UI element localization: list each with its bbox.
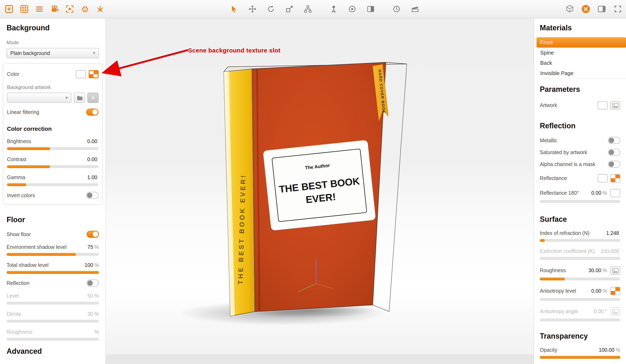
reflectance-color-swatch-button[interactable] bbox=[598, 174, 608, 182]
object-library-icon[interactable] bbox=[19, 4, 29, 14]
select-cursor-icon[interactable] bbox=[229, 4, 239, 14]
anisotropy-level-value: 0.00 bbox=[591, 288, 601, 294]
extinction-coefficient-value: 100.000 bbox=[601, 248, 619, 254]
anisotropy-level-texture-slot-button[interactable] bbox=[610, 287, 620, 295]
background-artwork-label: Background artwork bbox=[7, 84, 99, 90]
anisotropy-angle-slider[interactable] bbox=[540, 319, 620, 321]
color-label: Color bbox=[7, 71, 19, 77]
invert-colors-toggle[interactable] bbox=[86, 192, 99, 199]
reflection-level-param: Level 50% bbox=[6, 293, 99, 304]
material-item-back[interactable]: Back bbox=[537, 58, 626, 68]
gamma-slider[interactable] bbox=[7, 183, 99, 186]
contrast-slider[interactable] bbox=[7, 165, 99, 168]
alpha-mask-label: Alpha channel is a mask bbox=[540, 161, 595, 167]
reflectance-180-slider[interactable] bbox=[540, 200, 620, 203]
background-artwork-select[interactable]: ▾ bbox=[7, 93, 72, 103]
gamma-value: 1.00 bbox=[87, 175, 97, 180]
fullscreen-icon[interactable] bbox=[613, 4, 623, 14]
parameters-title: Parameters bbox=[540, 85, 620, 94]
scene-list-icon[interactable] bbox=[35, 4, 44, 14]
metallic-toggle[interactable] bbox=[608, 137, 620, 144]
settings-gear-icon[interactable]: ⚙ bbox=[80, 4, 90, 14]
photo-icon bbox=[612, 103, 619, 108]
reflectance-180-swatch-button[interactable] bbox=[610, 189, 620, 197]
saturated-by-artwork-toggle[interactable] bbox=[608, 149, 620, 156]
floor-roughness-label: Roughness bbox=[6, 329, 33, 335]
total-shadow-slider[interactable] bbox=[6, 271, 99, 274]
total-shadow-param: Total shadow level 100% bbox=[6, 262, 99, 274]
environment-shadow-param: Environment shadow level 75% bbox=[6, 244, 99, 256]
reflection-decay-slider[interactable] bbox=[6, 320, 99, 323]
app-window: ⚙ bbox=[0, 0, 626, 364]
chevron-down-icon: ▾ bbox=[66, 95, 68, 100]
extinction-coefficient-slider[interactable] bbox=[540, 257, 620, 260]
reflection-decay-label: Decay bbox=[6, 311, 21, 317]
anisotropy-level-slider[interactable] bbox=[540, 298, 620, 301]
floor-reflection-toggle[interactable] bbox=[87, 280, 99, 287]
total-shadow-label: Total shadow level bbox=[6, 262, 48, 268]
color-correction-title: Color correction bbox=[7, 126, 99, 132]
rotate-icon[interactable] bbox=[266, 4, 276, 14]
saturated-by-artwork-label: Saturated by artwork bbox=[540, 149, 587, 155]
linear-filtering-toggle[interactable] bbox=[86, 109, 99, 116]
artwork-label: Artwork bbox=[540, 102, 557, 108]
scale-icon[interactable] bbox=[284, 4, 294, 14]
add-object-icon[interactable] bbox=[4, 4, 14, 14]
floor-title: Floor bbox=[6, 216, 99, 224]
material-item-front[interactable]: Front bbox=[537, 37, 626, 48]
show-floor-toggle[interactable] bbox=[87, 231, 99, 238]
reflectance-texture-slot-button[interactable] bbox=[610, 174, 620, 182]
move-icon[interactable] bbox=[247, 4, 257, 14]
anisotropy-level-param: Anisotropy level 0.00% bbox=[540, 287, 620, 301]
brightness-label: Brightness bbox=[7, 138, 31, 144]
image-adjust-icon[interactable] bbox=[366, 4, 376, 14]
snapshot-icon[interactable] bbox=[65, 4, 75, 14]
floor-roughness-slider[interactable] bbox=[6, 338, 99, 341]
cube-view-icon[interactable] bbox=[565, 4, 575, 14]
background-color-swatch-button[interactable] bbox=[76, 70, 86, 78]
clear-artwork-button[interactable]: ✕ bbox=[87, 93, 99, 103]
anisotropy-angle-image-slot-button[interactable] bbox=[610, 307, 620, 316]
index-of-refraction-slider[interactable] bbox=[540, 239, 620, 242]
total-shadow-value: 100 bbox=[84, 262, 93, 268]
brightness-slider[interactable] bbox=[7, 147, 99, 150]
studio-light-icon[interactable] bbox=[329, 4, 339, 14]
photo-icon bbox=[612, 268, 619, 273]
reflection-decay-param: Decay 30% bbox=[6, 311, 99, 323]
material-item-invisible-page[interactable]: Invisible Page bbox=[537, 68, 626, 78]
annotation-text: Scene background texture slot bbox=[188, 47, 280, 54]
anisotropy-level-label: Anisotropy level bbox=[540, 288, 576, 294]
artwork-color-swatch-button[interactable] bbox=[598, 101, 608, 109]
reflection-level-slider[interactable] bbox=[6, 302, 99, 304]
mode-value: Plain background bbox=[10, 50, 50, 56]
background-texture-slot-button[interactable] bbox=[89, 70, 99, 78]
roughness-label: Roughness bbox=[540, 268, 566, 273]
environment-shadow-value: 75 bbox=[87, 244, 93, 250]
brightness-param: Brightness 0.00 bbox=[7, 138, 99, 150]
camera-lens-icon[interactable] bbox=[347, 4, 357, 14]
light-icon[interactable] bbox=[95, 4, 105, 14]
show-floor-label: Show floor bbox=[6, 232, 31, 237]
mode-select[interactable]: Plain background ▾ bbox=[6, 48, 99, 58]
chevron-down-icon: ▾ bbox=[93, 50, 95, 56]
animation-clapper-icon[interactable] bbox=[410, 4, 420, 14]
split-view-icon[interactable] bbox=[597, 4, 607, 14]
browse-artwork-button[interactable] bbox=[74, 93, 85, 103]
artwork-image-slot-button[interactable] bbox=[610, 101, 620, 109]
video-camera-icon[interactable] bbox=[50, 4, 60, 14]
opacity-slider[interactable] bbox=[540, 356, 620, 359]
contrast-label: Contrast bbox=[7, 157, 27, 162]
reflection-level-label: Level bbox=[6, 293, 19, 299]
annotation-arrow bbox=[99, 45, 193, 80]
time-icon[interactable] bbox=[391, 4, 401, 14]
roughness-slider[interactable] bbox=[540, 277, 620, 280]
material-item-spine[interactable]: Spine bbox=[537, 48, 626, 58]
materials-panel: Materials Front Spine Back Invisible Pag… bbox=[534, 18, 626, 364]
alpha-mask-toggle[interactable] bbox=[608, 161, 620, 168]
materials-icon[interactable] bbox=[581, 4, 591, 14]
hierarchy-icon[interactable] bbox=[303, 4, 313, 14]
toggle-knob bbox=[87, 280, 93, 286]
anisotropy-angle-value: 0.00 bbox=[594, 309, 604, 314]
roughness-image-slot-button[interactable] bbox=[610, 266, 620, 275]
environment-shadow-slider[interactable] bbox=[6, 253, 99, 256]
